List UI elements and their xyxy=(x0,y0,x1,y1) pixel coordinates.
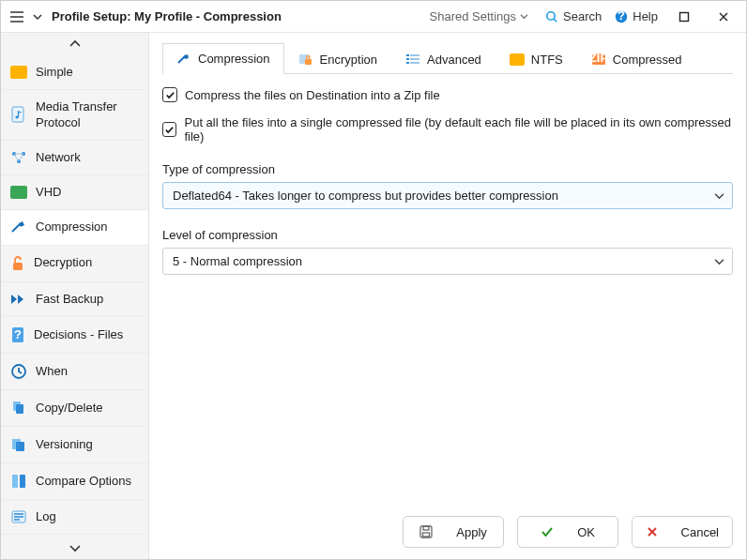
chevron-down-icon xyxy=(714,190,724,201)
sidebar-item-when[interactable]: When xyxy=(1,354,148,390)
profile-setup-window: Profile Setup: My Profile - Compression … xyxy=(0,0,747,560)
sidebar-item-label: Decisions - Files xyxy=(34,327,123,342)
sidebar-list: Simple Media Transfer Protocol Network xyxy=(1,55,148,537)
svg-point-0 xyxy=(547,11,555,19)
sidebar-item-decisions[interactable]: ? Decisions - Files xyxy=(1,317,148,354)
svg-text:?: ? xyxy=(14,327,22,341)
svg-rect-9 xyxy=(13,263,23,270)
dialog-footer: Apply OK Cancel xyxy=(162,505,733,548)
sidebar-item-simple[interactable]: Simple xyxy=(1,55,148,90)
sidebar-item-copy-delete[interactable]: Copy/Delete xyxy=(1,390,148,427)
sidebar-item-label: VHD xyxy=(36,185,61,200)
fast-forward-icon xyxy=(10,294,27,305)
select-value: Deflated64 - Takes longer to compress bu… xyxy=(173,189,558,203)
close-icon xyxy=(646,525,659,538)
sidebar-item-label: Compression xyxy=(36,219,108,235)
clock-icon xyxy=(10,363,27,380)
cancel-button[interactable]: Cancel xyxy=(632,516,733,548)
type-of-compression-select[interactable]: Deflated64 - Takes longer to compress bu… xyxy=(162,182,733,209)
svg-rect-31 xyxy=(423,526,429,530)
sidebar-scroll-down[interactable] xyxy=(1,537,148,559)
sidebar-item-network[interactable]: Network xyxy=(1,141,148,175)
compare-icon xyxy=(10,473,27,490)
checkbox-checked-icon xyxy=(162,122,176,137)
sidebar-scroll-up[interactable] xyxy=(1,33,148,55)
svg-rect-24 xyxy=(406,58,409,60)
content-area: Compression Encryption Advanced NTF xyxy=(149,33,746,559)
maximize-button[interactable] xyxy=(671,7,697,27)
sidebar-item-versioning[interactable]: Versioning xyxy=(1,427,148,463)
svg-rect-16 xyxy=(16,442,24,451)
copy-icon xyxy=(10,400,27,416)
check-icon xyxy=(540,524,555,539)
svg-rect-14 xyxy=(16,404,23,414)
sidebar-item-decryption[interactable]: Decryption xyxy=(1,246,148,282)
log-icon xyxy=(10,509,27,524)
sidebar-item-label: Decryption xyxy=(34,255,92,270)
sidebar-item-vhd[interactable]: VHD xyxy=(1,175,148,210)
tab-compressed[interactable]: ZIP Compressed xyxy=(577,43,696,74)
type-of-compression-label: Type of compression xyxy=(162,162,733,176)
svg-rect-32 xyxy=(423,533,430,537)
search-icon xyxy=(545,10,558,23)
compression-form: Compress the files on Destination into a… xyxy=(162,74,733,275)
list-icon xyxy=(405,53,420,65)
sidebar-item-label: Compare Options xyxy=(36,474,131,489)
window-title: Profile Setup: My Profile - Compression xyxy=(52,9,282,23)
tab-label: Compression xyxy=(198,52,270,66)
checkbox-checked-icon xyxy=(162,87,177,102)
svg-rect-3 xyxy=(680,12,689,21)
encryption-icon xyxy=(298,53,313,66)
svg-text:?: ? xyxy=(617,10,625,23)
document-music-icon xyxy=(10,106,27,125)
apply-button[interactable]: Apply xyxy=(403,516,504,548)
level-of-compression-select[interactable]: 5 - Normal compression xyxy=(162,248,733,275)
shared-settings-dropdown[interactable]: Shared Settings xyxy=(426,8,533,25)
sidebar-item-compare[interactable]: Compare Options xyxy=(1,463,148,500)
tab-ntfs[interactable]: NTFS xyxy=(495,43,577,74)
tab-label: NTFS xyxy=(531,53,563,67)
sidebar-item-label: Copy/Delete xyxy=(36,401,103,416)
sidebar-item-mtp[interactable]: Media Transfer Protocol xyxy=(1,90,148,141)
menu-icon[interactable] xyxy=(10,11,23,23)
chevron-down-icon[interactable] xyxy=(33,12,42,22)
sidebar-item-fast-backup[interactable]: Fast Backup xyxy=(1,282,148,317)
close-button[interactable] xyxy=(710,7,737,27)
button-label: OK xyxy=(577,525,595,539)
help-button[interactable]: ? Help xyxy=(615,9,658,23)
tab-advanced[interactable]: Advanced xyxy=(391,43,495,74)
sidebar: Simple Media Transfer Protocol Network xyxy=(1,33,149,559)
button-label: Apply xyxy=(456,525,487,539)
checkbox-compress-destination[interactable]: Compress the files on Destination into a… xyxy=(162,87,733,102)
versioning-icon xyxy=(10,436,27,453)
tab-label: Compressed xyxy=(613,53,682,67)
folder-icon xyxy=(10,66,27,79)
search-button[interactable]: Search xyxy=(545,9,602,23)
compression-icon xyxy=(10,220,27,234)
svg-rect-21 xyxy=(305,59,312,65)
save-icon xyxy=(419,524,434,539)
sidebar-item-compression[interactable]: Compression xyxy=(1,210,148,245)
checkbox-single-file[interactable]: Put all the files into a single compress… xyxy=(162,115,733,144)
ok-button[interactable]: OK xyxy=(517,516,618,548)
tab-label: Encryption xyxy=(320,53,377,67)
svg-rect-22 xyxy=(406,54,409,56)
question-document-icon: ? xyxy=(10,326,25,343)
svg-rect-26 xyxy=(406,62,409,64)
network-icon xyxy=(10,150,27,165)
vhd-icon xyxy=(10,186,27,199)
sidebar-item-log[interactable]: Log xyxy=(1,500,148,535)
svg-rect-25 xyxy=(410,58,419,60)
sidebar-item-label: Network xyxy=(36,150,81,165)
zip-icon: ZIP xyxy=(591,53,606,66)
tab-bar: Compression Encryption Advanced NTF xyxy=(162,42,733,74)
svg-rect-17 xyxy=(12,475,18,488)
sidebar-item-label: Simple xyxy=(36,65,73,80)
tab-label: Advanced xyxy=(427,53,481,67)
compression-icon xyxy=(176,53,191,65)
select-value: 5 - Normal compression xyxy=(173,254,302,268)
help-label: Help xyxy=(633,9,658,23)
tab-compression[interactable]: Compression xyxy=(162,43,284,74)
sidebar-item-label: Media Transfer Protocol xyxy=(36,99,139,130)
tab-encryption[interactable]: Encryption xyxy=(284,43,391,74)
